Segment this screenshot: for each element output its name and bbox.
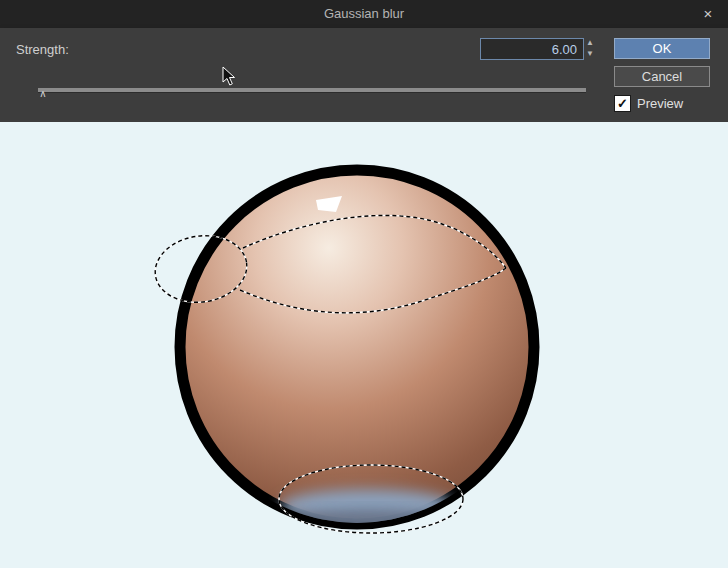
- spinner-down-icon[interactable]: ▼: [582, 49, 598, 60]
- strength-input[interactable]: [480, 38, 584, 60]
- spinner-up-icon[interactable]: ▲: [582, 38, 598, 49]
- preview-option[interactable]: ✓ Preview: [614, 94, 683, 112]
- cancel-button[interactable]: Cancel: [614, 66, 710, 87]
- app-window: { "window": { "title": "Gaussian blur", …: [0, 0, 728, 568]
- gaussian-blur-dialog: Strength: ▲ ▼ OK Cancel ∧ ✓ Preview: [0, 28, 728, 122]
- cursor-icon: [222, 66, 236, 86]
- preview-checkbox[interactable]: ✓: [614, 95, 631, 112]
- strength-slider-track[interactable]: [38, 88, 586, 93]
- ok-button[interactable]: OK: [614, 38, 710, 59]
- close-icon[interactable]: ×: [696, 0, 720, 28]
- sphere: [180, 170, 534, 524]
- strength-spinner[interactable]: ▲ ▼: [582, 38, 598, 60]
- checkmark-icon: ✓: [617, 96, 628, 111]
- dialog-title: Gaussian blur: [0, 0, 728, 28]
- preview-label: Preview: [637, 96, 683, 111]
- strength-slider-thumb[interactable]: ∧: [36, 88, 50, 100]
- dialog-titlebar[interactable]: Gaussian blur ×: [0, 0, 728, 28]
- strength-label: Strength:: [16, 42, 69, 57]
- canvas-area[interactable]: [0, 122, 728, 568]
- canvas-artwork: [0, 122, 728, 568]
